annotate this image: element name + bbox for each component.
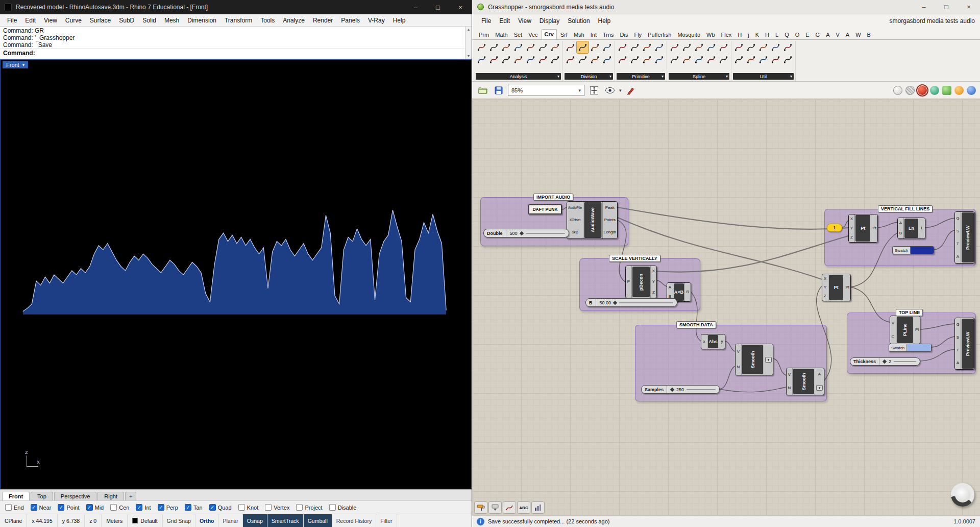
rhino-menu-edit[interactable]: Edit: [21, 17, 40, 24]
port-v[interactable]: V: [892, 321, 894, 325]
gh-tab-l-19[interactable]: L: [773, 30, 781, 39]
component-point-top[interactable]: X Y Z Pt Pt: [848, 214, 878, 243]
osnap-quad[interactable]: ✓Quad: [209, 504, 232, 511]
slider-handle[interactable]: [613, 300, 617, 304]
status-units[interactable]: Meters: [102, 514, 128, 527]
slider-thickness[interactable]: Thickness 2: [850, 357, 920, 366]
port-b[interactable]: B: [899, 231, 902, 235]
gh-tab-v-25[interactable]: V: [834, 30, 842, 39]
port-n[interactable]: N: [737, 365, 740, 369]
slider-handle[interactable]: [519, 231, 523, 235]
checkbox[interactable]: [296, 504, 303, 511]
rhino-menu-surface[interactable]: Surface: [86, 17, 115, 24]
rhino-titlebar[interactable]: Recovered model - RhinoAutosave.3dm - Rh…: [0, 0, 472, 14]
osnap-point[interactable]: ✓Point: [58, 504, 79, 511]
status-y-coord[interactable]: y 6.738: [58, 514, 85, 527]
checkbox[interactable]: ✓: [58, 504, 64, 511]
rhino-menu-tools[interactable]: Tools: [256, 17, 279, 24]
zoom-select[interactable]: 85% ▾: [508, 85, 584, 96]
curve-tool-icon[interactable]: [681, 54, 693, 65]
osnap-int[interactable]: ✓Int: [136, 504, 151, 511]
group-label-vertical-fill-lines[interactable]: VERTICAL FILL LINES: [878, 205, 933, 212]
gh-tab-h-15[interactable]: H: [735, 30, 744, 39]
text-tool-icon[interactable]: ABC: [517, 501, 530, 514]
smooth-core[interactable]: Smooth: [793, 369, 814, 394]
abs-core[interactable]: Abs: [708, 335, 718, 348]
rhino-menu-subd[interactable]: SubD: [115, 17, 138, 24]
checkbox[interactable]: ✓: [185, 504, 191, 511]
blue-sphere-icon[interactable]: [967, 86, 976, 95]
gh-canvas[interactable]: IMPORT AUDIO SCALE VERTICALLY SMOOTH DAT…: [472, 99, 980, 515]
curve-tool-icon[interactable]: [745, 41, 757, 53]
gh-tab-vec-3[interactable]: Vec: [526, 30, 540, 39]
swatch-dark-blue[interactable]: Swatch: [892, 246, 934, 254]
port-l[interactable]: L: [921, 226, 923, 230]
gh-tab-a-24[interactable]: A: [823, 30, 832, 39]
open-file-icon[interactable]: [476, 84, 489, 97]
component-previewlw-1[interactable]: G S T A PreviewLW: [954, 211, 975, 264]
curve-tool-icon[interactable]: [718, 54, 729, 65]
curve-tool-icon[interactable]: [512, 54, 524, 65]
curve-tool-icon[interactable]: [782, 41, 794, 53]
port-y[interactable]: Y: [824, 285, 826, 290]
port-a[interactable]: A: [957, 361, 959, 365]
graph-output-icon[interactable]: ▾: [765, 357, 772, 363]
component-line[interactable]: A B Ln L: [897, 218, 925, 239]
port-a[interactable]: A: [818, 372, 821, 376]
green-sphere-icon[interactable]: [930, 86, 939, 95]
port-s[interactable]: S: [957, 336, 959, 340]
gh-tab-j-16[interactable]: j: [745, 30, 751, 39]
hatched-preview-icon[interactable]: [905, 86, 915, 95]
multiply-core[interactable]: A×B: [674, 283, 684, 301]
status-cplane[interactable]: CPlane: [0, 514, 27, 527]
curve-tool-icon[interactable]: [512, 41, 524, 53]
port-z[interactable]: Z: [850, 235, 853, 239]
rhino-menu-v-ray[interactable]: V-Ray: [364, 17, 389, 24]
status-x-coord[interactable]: x 44.195: [27, 514, 57, 527]
port-audiofile[interactable]: AudioFile: [568, 206, 582, 210]
swatch-color[interactable]: [910, 247, 934, 254]
sketch-tool-icon[interactable]: [503, 501, 516, 514]
gh-tab-set-2[interactable]: Set: [511, 30, 525, 39]
rhino-menu-dimension[interactable]: Dimension: [183, 17, 220, 24]
port-a[interactable]: A: [669, 285, 671, 290]
osnap-near[interactable]: ✓Near: [31, 504, 52, 511]
curve-tool-icon[interactable]: [500, 54, 512, 65]
component-smooth-2[interactable]: V N Smooth A ▾: [786, 368, 824, 395]
wireframe-preview-icon[interactable]: [893, 86, 902, 95]
smooth-core[interactable]: Smooth: [742, 345, 763, 374]
gh-titlebar[interactable]: Grasshopper - smorgasbord media tests au…: [472, 0, 980, 14]
gh-tab-srf-5[interactable]: Srf: [558, 30, 570, 39]
port-x[interactable]: X: [652, 269, 655, 273]
command-scrollbar[interactable]: ▲ ▼: [465, 27, 472, 59]
checkbox[interactable]: ✓: [31, 504, 37, 511]
curve-tool-icon[interactable]: [476, 54, 487, 65]
scroll-down-icon[interactable]: ▼: [467, 54, 471, 58]
gh-tab-mosquito-12[interactable]: Mosquito: [675, 30, 703, 39]
port-v[interactable]: V: [788, 373, 791, 377]
port-g[interactable]: G: [956, 217, 959, 221]
checkbox[interactable]: ✓: [136, 504, 142, 511]
gh-tab-trns-8[interactable]: Trns: [600, 30, 617, 39]
curve-tool-icon[interactable]: [653, 54, 665, 65]
checkbox[interactable]: ✓: [209, 504, 216, 511]
curve-tool-icon[interactable]: [770, 54, 781, 65]
chevron-down-icon[interactable]: ▾: [22, 62, 25, 67]
slider-handle[interactable]: [883, 360, 887, 364]
chart-tool-icon[interactable]: [531, 501, 545, 514]
checkbox[interactable]: [265, 504, 272, 511]
ribbon-group-label[interactable]: Spline▾: [669, 73, 729, 80]
port-peak[interactable]: Peak: [605, 206, 615, 210]
viewport-tab-perspective[interactable]: Perspective: [54, 492, 96, 500]
toggle-smarttrack[interactable]: SmartTrack: [267, 514, 304, 527]
slider-b[interactable]: B 50.00: [585, 298, 677, 307]
port-x[interactable]: x: [703, 340, 705, 344]
rhino-menu-file[interactable]: File: [3, 17, 21, 24]
curve-tool-icon[interactable]: [641, 54, 653, 65]
port-pt[interactable]: Pt: [872, 226, 876, 230]
component-point-mid[interactable]: X Y Z Pt Pt: [822, 274, 851, 301]
port-z[interactable]: Z: [652, 291, 655, 295]
osnap-tan[interactable]: ✓Tan: [185, 504, 203, 511]
widget-toggle-icon[interactable]: [488, 501, 502, 514]
curve-tool-icon[interactable]: [733, 54, 745, 65]
